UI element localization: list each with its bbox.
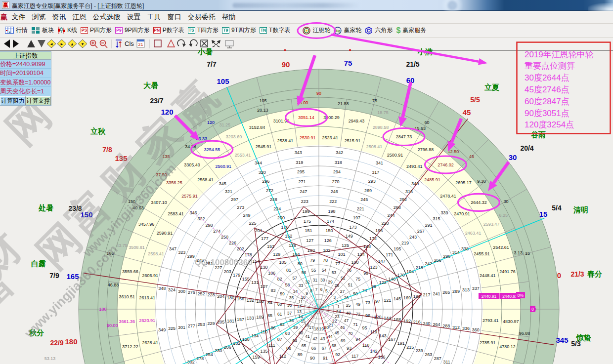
svg-text:8: 8 [310, 288, 312, 293]
svg-text:92: 92 [335, 352, 340, 357]
svg-text:241: 241 [433, 291, 440, 296]
svg-text:14: 14 [298, 314, 303, 319]
svg-text:71: 71 [353, 322, 358, 327]
svg-text:36: 36 [287, 303, 292, 308]
svg-text:Cls: Cls [125, 40, 134, 47]
svg-text:215: 215 [406, 345, 414, 350]
svg-text:173: 173 [349, 225, 356, 230]
svg-text:165: 165 [106, 251, 114, 256]
svg-text:174: 174 [327, 219, 334, 224]
svg-text:52: 52 [341, 276, 346, 281]
svg-text:2593.47: 2593.47 [483, 222, 500, 227]
svg-text:3203.69: 3203.69 [226, 134, 242, 139]
svg-text:126: 126 [324, 238, 332, 243]
svg-text:91: 91 [323, 356, 328, 361]
svg-text:294: 294 [333, 169, 341, 174]
svg-text:297: 297 [231, 197, 238, 202]
svg-text:170: 170 [397, 273, 405, 278]
svg-text:2613.41: 2613.41 [139, 295, 155, 300]
svg-text:清明: 清明 [573, 205, 588, 214]
svg-text:2695.17: 2695.17 [455, 180, 472, 185]
svg-text:338: 338 [461, 246, 469, 251]
svg-text:239: 239 [416, 348, 423, 353]
svg-text:5: 5 [325, 288, 328, 293]
svg-text:268: 268 [394, 205, 401, 210]
svg-text:33: 33 [299, 283, 304, 288]
svg-text:248: 248 [270, 197, 277, 202]
svg-text:88: 88 [286, 346, 291, 351]
svg-text:3152.84: 3152.84 [249, 125, 265, 130]
svg-text:2898.58: 2898.58 [373, 125, 389, 130]
svg-text:312: 312 [452, 325, 460, 330]
svg-text:120: 120 [161, 108, 173, 116]
svg-text:28: 28 [335, 283, 340, 288]
svg-text:58: 58 [285, 283, 290, 287]
svg-text:199: 199 [302, 209, 309, 214]
svg-text:270: 270 [332, 179, 339, 184]
svg-text:2470.91: 2470.91 [454, 211, 470, 216]
svg-text:135: 135 [115, 154, 127, 162]
svg-text:白露: 白露 [31, 259, 46, 268]
svg-text:217: 217 [423, 292, 431, 297]
svg-text:2796.88: 2796.88 [418, 147, 434, 152]
svg-text:87: 87 [277, 337, 282, 342]
svg-text:53: 53 [332, 270, 337, 275]
svg-text:38: 38 [289, 318, 294, 323]
svg-text:75: 75 [355, 277, 360, 282]
svg-text:180: 180 [99, 307, 106, 312]
svg-text:29: 29 [328, 280, 333, 284]
svg-text:265: 265 [442, 290, 450, 295]
svg-text:156: 156 [237, 296, 244, 301]
svg-text:16: 16 [305, 323, 309, 327]
svg-text:21: 21 [329, 323, 334, 327]
svg-text:77: 77 [335, 261, 340, 266]
svg-text:25: 25 [346, 303, 351, 308]
svg-text:105: 105 [217, 77, 229, 85]
svg-text:45: 45 [469, 154, 474, 159]
svg-text:145: 145 [394, 296, 401, 301]
svg-text:20/4: 20/4 [520, 144, 533, 152]
svg-text:348: 348 [158, 286, 166, 291]
svg-text:56: 56 [302, 270, 306, 275]
svg-text:290: 290 [443, 254, 450, 259]
svg-text:165: 165 [66, 272, 79, 281]
svg-text:131: 131 [251, 280, 259, 285]
svg-text:大暑: 大暑 [143, 81, 158, 89]
svg-text:www.yingjia360.com: www.yingjia360.com [21, 242, 121, 341]
svg-text:323: 323 [178, 250, 185, 255]
svg-text:84: 84 [267, 300, 272, 305]
svg-text:243: 243 [409, 235, 417, 240]
svg-text:299: 299 [187, 254, 195, 259]
svg-text:287: 287 [434, 356, 441, 361]
svg-text:314: 314 [452, 250, 460, 255]
svg-text:10: 10 [301, 295, 306, 300]
svg-text:90度3051点: 90度3051点 [525, 109, 569, 118]
svg-text:120: 120 [207, 120, 215, 125]
svg-text:302: 302 [187, 360, 195, 364]
svg-text:360: 360 [472, 327, 480, 332]
svg-text:2530.91: 2530.91 [300, 135, 316, 140]
svg-text:150: 150 [80, 210, 92, 219]
svg-text:90: 90 [282, 60, 290, 69]
svg-text:2644.32: 2644.32 [471, 200, 487, 205]
svg-text:90: 90 [316, 91, 321, 96]
svg-text:2628.41: 2628.41 [142, 340, 158, 345]
svg-text:269: 269 [364, 188, 372, 193]
svg-text:27: 27 [340, 289, 345, 294]
svg-text:343: 343 [295, 150, 302, 155]
svg-text:130: 130 [260, 265, 267, 270]
svg-text:60度2847点: 60度2847点 [525, 97, 569, 106]
svg-text:2785.91: 2785.91 [480, 340, 496, 345]
svg-text:45: 45 [463, 108, 471, 117]
svg-text:120度3254点: 120度3254点 [525, 120, 574, 129]
svg-text:227: 227 [215, 265, 222, 270]
svg-text:惊蛰: 惊蛰 [576, 333, 591, 342]
svg-text:2019年江恩轮中轮: 2019年江恩轮中轮 [525, 50, 594, 59]
svg-text:网: 网 [28, 215, 90, 277]
svg-text:64: 64 [293, 338, 298, 343]
svg-text:180: 180 [65, 337, 77, 346]
svg-text:166: 166 [378, 355, 385, 360]
svg-text:24: 24 [336, 309, 341, 314]
svg-text:324: 324 [168, 287, 175, 292]
svg-text:195: 195 [394, 246, 401, 251]
